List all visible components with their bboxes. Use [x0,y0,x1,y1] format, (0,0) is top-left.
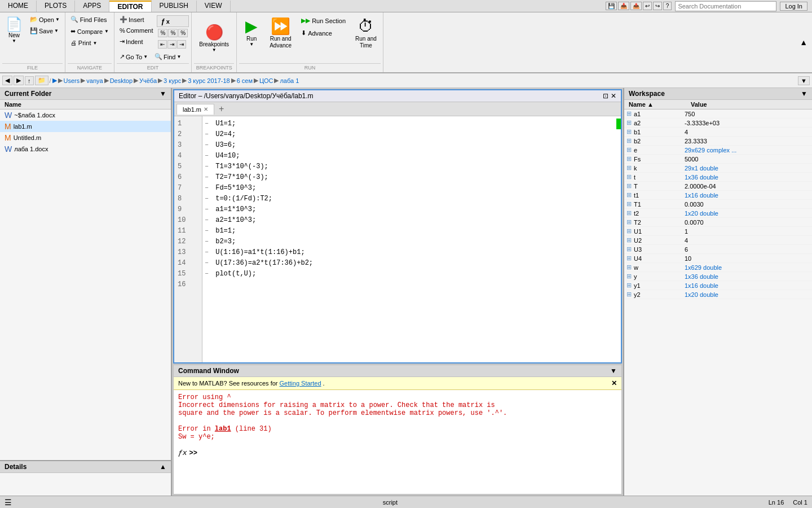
ws-row-U1[interactable]: ⊞ U1 1 [624,227,812,236]
comment-button[interactable]: % Comment [117,25,156,36]
bread-desktop[interactable]: Desktop [110,77,133,84]
nav-forward-btn[interactable]: ▶ [14,76,24,85]
nav-path-btn[interactable]: ▼ [798,76,810,85]
cmd-options-btn[interactable]: ▼ [610,367,617,375]
help-btn[interactable]: ? [663,2,672,10]
command-content[interactable]: Error using ^ Incorrect dimensions for r… [174,390,621,494]
ws-row-T1[interactable]: ⊞ T1 0.0030 [624,200,812,209]
menu-view[interactable]: VIEW [197,1,231,12]
tab-close-icon[interactable]: ✕ [204,106,208,112]
command-notice-bar: New to MATLAB? See resources for Getting… [174,377,621,390]
ws-row-t1[interactable]: ⊞ t1 1x16 double [624,191,812,200]
status-bar: ☰ script Ln 16 Col 1 [0,496,812,508]
log-in-button[interactable]: Log In [780,2,807,11]
editor-tab-lab1[interactable]: lab1.m ✕ [176,104,214,115]
ws-row-Fs[interactable]: ⊞ Fs 5000 [624,155,812,164]
error-line-2: Incorrect dimensions for raising a matri… [178,401,617,409]
workspace-options-btn[interactable]: ▼ [801,90,807,98]
import-btn[interactable]: 📥 [618,2,629,10]
ws-row-y1[interactable]: ⊞ y1 1x16 double [624,281,812,290]
save-button[interactable]: 💾 Save ▼ [27,25,63,36]
ws-row-b2[interactable]: ⊞ b2 23.3333 [624,137,812,146]
notice-close-btn[interactable]: ✕ [611,379,617,387]
ws-row-U3[interactable]: ⊞ U3 6 [624,245,812,254]
file-item-laba-1-docx[interactable]: W лаба 1.docx [0,143,171,155]
indent-toggle-btn[interactable]: ⇤ ⇥ ⇥ [157,39,189,50]
details-collapse-btn[interactable]: ▲ [160,463,166,471]
ws-row-t[interactable]: ⊞ t 1x36 double [624,173,812,182]
line-numbers-col: 1 2 3 4 5 6 7 8 9 10 11 12 13 14 15 16 [174,116,202,362]
bread-cos[interactable]: ЦОС [259,77,273,84]
nav-browse-btn[interactable]: 📁 [35,76,48,85]
search-input[interactable] [675,1,776,11]
breakpoints-button[interactable]: 🔴 Breakpoints ▼ [194,21,234,55]
menu-editor[interactable]: EDITOR [109,1,151,12]
open-button[interactable]: 📂 Open ▼ [27,14,63,25]
cursor-area[interactable] [200,449,312,457]
editor-content[interactable]: 1 2 3 4 5 6 7 8 9 10 11 12 13 14 15 16 –… [174,116,621,362]
editor-minimize-btn[interactable]: ⊡ [603,92,608,100]
nav-up-btn[interactable]: ↑ [25,76,34,85]
go-to-button[interactable]: ↗ Go To ▼ [117,51,151,62]
ws-row-T2[interactable]: ⊞ T2 0.0070 [624,218,812,227]
compare-button[interactable]: ⬌ Compare ▼ [68,26,112,37]
file-item-untitled-m[interactable]: M Untitled.m [0,132,171,143]
menu-plots[interactable]: PLOTS [37,1,75,12]
bread-6sem[interactable]: 6 сем [237,77,253,84]
print-button[interactable]: 🖨 Print ▼ [68,38,112,48]
indent-button[interactable]: ⇥ Indent [117,36,156,47]
ws-row-k[interactable]: ⊞ k 29x1 double [624,164,812,173]
find-files-button[interactable]: 🔍 Find Files [68,14,112,25]
ws-row-t2[interactable]: ⊞ t2 1x20 double [624,209,812,218]
getting-started-link[interactable]: Getting Started [280,380,321,387]
menu-home[interactable]: HOME [0,1,37,12]
ws-row-b1[interactable]: ⊞ b1 4 [624,128,812,137]
comment-toggle-btn[interactable]: % % % [157,28,189,38]
file-section-label: FILE [2,63,63,71]
ws-row-w[interactable]: ⊞ w 1x629 double [624,263,812,272]
advance-button[interactable]: ⬇ Advance [297,28,350,38]
add-tab-btn[interactable]: + [214,102,228,116]
code-content[interactable]: U1=1; U2=4; U3=6; U4=10; T1=3*10^(-3); T… [211,116,621,362]
current-folder-header: Current Folder ▼ [0,88,171,100]
m-file-icon-2: M [5,133,11,142]
ws-row-e[interactable]: ⊞ e 29x629 complex ... [624,146,812,155]
undo-btn[interactable]: ↩ [643,2,652,10]
menu-apps[interactable]: APPS [75,1,109,12]
ws-row-U2[interactable]: ⊞ U2 4 [624,236,812,245]
menu-publish[interactable]: PUBLISH [152,1,197,12]
ws-row-a1[interactable]: ⊞ a1 750 [624,110,812,119]
redo-btn[interactable]: ↪ [653,2,662,10]
editor-close-btn[interactable]: ✕ [611,92,616,100]
fx-button[interactable]: ƒx [157,15,189,27]
toolbar-collapse-btn[interactable]: ▲ [797,37,810,48]
ws-row-U4[interactable]: ⊞ U4 10 [624,254,812,263]
bread-users[interactable]: Users [64,77,80,84]
run-time-button[interactable]: ⏱ Run andTime [351,14,381,52]
file-item-lab1-m[interactable]: M lab1.m [0,121,171,132]
var-icon: ⊞ [626,173,632,181]
bread-laba1[interactable]: лаба 1 [280,77,299,84]
bread-root[interactable]: ▶ [52,77,57,84]
prompt-line[interactable]: ƒx >> [178,449,617,457]
export-btn[interactable]: 📤 [630,2,642,10]
ws-row-y[interactable]: ⊞ y 1x36 double [624,272,812,281]
run-button[interactable]: ▶ Run ▼ [239,14,264,50]
bread-vanya[interactable]: vanya [86,77,103,84]
nav-back-btn[interactable]: ◀ [2,76,12,85]
word-icon: W [5,111,12,120]
ws-row-a2[interactable]: ⊞ a2 -3.3333e+03 [624,119,812,128]
bread-3kurs[interactable]: 3 курс [164,77,181,84]
find-button[interactable]: 🔍 Find ▼ [152,51,184,62]
save-session-btn[interactable]: 💾 [606,2,617,10]
ws-row-T[interactable]: ⊞ T 2.0000e-04 [624,182,812,191]
insert-button[interactable]: ➕ Insert [117,14,156,25]
new-button[interactable]: 📄 New ▼ [2,14,26,46]
run-advance-button[interactable]: ⏩ Run andAdvance [266,14,295,52]
folder-panel-options[interactable]: ▼ [160,90,166,98]
bread-2017[interactable]: 3 курс 2017-18 [188,77,230,84]
ws-row-y2[interactable]: ⊞ y2 1x20 double [624,290,812,299]
run-section-button[interactable]: ▶▶ Run Section [297,15,350,26]
bread-ucheba[interactable]: Учёба [139,77,157,84]
file-item-laba-docx[interactable]: W ~$лаба 1.docx [0,110,171,121]
